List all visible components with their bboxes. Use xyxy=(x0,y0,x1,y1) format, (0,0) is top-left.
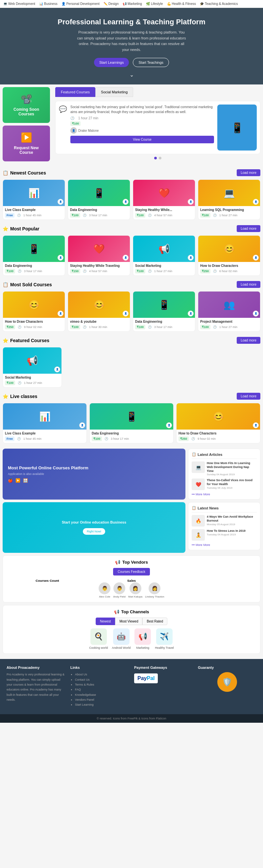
footer-about-text: Pro Academy is very professional learnin… xyxy=(7,672,65,702)
list-item[interactable]: 👨 Andy Field xyxy=(113,582,125,598)
nav-design[interactable]: ✏️ Design xyxy=(104,2,119,6)
most-sold-section: 📋 Most Sold Courses Load more 😊 👤 How to… xyxy=(3,281,260,332)
right-now-button[interactable]: Right Now! xyxy=(83,528,105,535)
table-row[interactable]: 😊 👤 How to Draw Characters ₹250 🕐 9 hour… xyxy=(176,403,260,443)
list-item: ❤️ These So-Called Vices Are Good for Yo… xyxy=(192,478,257,490)
nav-teaching[interactable]: 🎓 Teaching & Academics xyxy=(200,2,238,6)
article-date: Tuesday 06 July 2019 xyxy=(207,487,257,489)
nav-web-development[interactable]: 💻 Web Development xyxy=(3,2,35,6)
duration-icon: 🕐 xyxy=(105,436,108,441)
feedback-button[interactable]: Courses Feedback xyxy=(113,568,150,576)
newest-load-more[interactable]: Load more xyxy=(237,169,260,176)
nav-health[interactable]: 💪 Health & Fitness xyxy=(167,2,196,6)
banners-column: Most Powerful Online Courses Platform Ap… xyxy=(3,448,185,553)
popular-load-more[interactable]: Load more xyxy=(237,225,260,232)
table-row[interactable]: 📱 👤 Data Engineering ₹100 🕐 3 hour 17 mi… xyxy=(3,235,65,276)
table-row[interactable]: 📢 👤 Social Marketing ₹100 🕐 1 hour 27 mi… xyxy=(133,235,195,276)
start-learnings-button[interactable]: Start Learnings xyxy=(94,58,129,67)
list-item[interactable]: Knowledgebase xyxy=(75,692,129,698)
list-item[interactable]: 📢 Marketing xyxy=(135,628,151,649)
table-row[interactable]: 😊 👤 vimeo & youtube ₹100 🕐 1 hour 30 min xyxy=(68,291,130,332)
duration-icon: 🕐 xyxy=(148,325,151,329)
play-store-icon[interactable]: ▶️ xyxy=(16,478,20,483)
windows-icon[interactable]: 🪟 xyxy=(23,478,28,483)
dot-2[interactable] xyxy=(159,157,162,159)
article-title: These So-Called Vices Are Good for Your … xyxy=(207,478,257,486)
vendor-columns: Courses Count Sales xyxy=(7,579,256,582)
table-row[interactable]: 📱 👤 Data Engineering ₹100 🕐 3 hour 17 mi… xyxy=(133,291,195,332)
coming-soon-card[interactable]: 📽️ Coming Soon Courses xyxy=(3,87,50,123)
avatar: 👩 xyxy=(149,582,160,594)
price: ₹150 xyxy=(70,269,80,274)
nav-label: Personal Development xyxy=(66,2,99,6)
table-row[interactable]: 📱 👤 Data Engineering ₹100 🕐 3 hour 17 mi… xyxy=(68,180,130,220)
start-teachings-button[interactable]: Start Teachings xyxy=(133,58,169,67)
table-row[interactable]: ❤️ 👤 Staying Healthy While... ₹100 🕐 4 h… xyxy=(133,180,195,220)
tab-best-rated[interactable]: Best Rated xyxy=(142,618,167,625)
duration-icon: 🕐 xyxy=(18,269,21,274)
coming-soon-section[interactable]: 📽️ Coming Soon Courses xyxy=(3,87,50,123)
table-row[interactable]: 👥 👤 Project Management ₹100 🕐 1 hour 27 … xyxy=(198,291,260,332)
list-item[interactable]: Start Learning xyxy=(75,702,129,707)
card-title: How to Draw Characters xyxy=(178,432,258,435)
table-row[interactable]: 😊 👤 How to Draw Characters ₹250 🕐 6 hour… xyxy=(198,235,260,276)
thumb-icon: ❤️ xyxy=(93,244,105,254)
nav-business[interactable]: 📊 Business xyxy=(39,2,58,6)
news-title-text: 4 Ways We Can Avoid Workplace Burnout xyxy=(207,515,257,523)
list-item[interactable]: ✈️ Healthy Travel xyxy=(155,628,174,649)
list-item[interactable]: FAQ xyxy=(75,687,129,692)
articles-more-link[interactable]: ••• More More xyxy=(192,493,257,496)
table-row[interactable]: 📱 👤 Data Engineering ₹100 🕐 3 hour 17 mi… xyxy=(89,403,174,443)
card-avatar: 👤 xyxy=(253,199,259,205)
dot-1[interactable] xyxy=(154,157,157,159)
nav-personal-dev[interactable]: 👤 Personal Development xyxy=(61,2,99,6)
table-row[interactable]: 😊 👤 How to Draw Characters ₹250 🕐 9 hour… xyxy=(3,291,65,332)
table-row[interactable]: 💻 👤 Learning SQL Programming ₹100 🕐 1 ho… xyxy=(198,180,260,220)
duration-icon: 🕐 xyxy=(18,380,21,385)
navigation: 💻 Web Development 📊 Business 👤 Personal … xyxy=(0,0,263,8)
card-title: Data Engineering xyxy=(70,208,128,212)
list-item[interactable]: 🍳 Cooking world xyxy=(89,628,108,649)
duration-icon: 🕐 xyxy=(83,325,86,329)
sales-label: Sales xyxy=(91,579,172,582)
tab-most-viewed[interactable]: Most Viewed xyxy=(115,618,142,625)
apple-icon[interactable]: 🍎 xyxy=(8,478,13,483)
table-row[interactable]: 📊 👤 Live Class Example Free 🕐 1 hour 45 … xyxy=(3,403,87,443)
nav-lifestyle[interactable]: 🌿 Lifestyle xyxy=(146,2,163,6)
list-item[interactable]: Vendors Panel xyxy=(75,698,129,702)
list-item[interactable]: Terms & Rules xyxy=(75,682,129,687)
tab-featured[interactable]: Featured Courses xyxy=(55,87,95,97)
duration: 1 hour 27 min xyxy=(219,325,237,329)
live-classes-section: ⭐ Live classes Load more 📊 👤 Live Class … xyxy=(3,393,260,443)
nav-label: Design xyxy=(109,2,119,6)
featured-course-card: 💬 Social marketing has the primary goal … xyxy=(55,101,260,154)
newest-header: 📋 Newest Courses Load more xyxy=(3,169,260,176)
view-course-button[interactable]: View Course xyxy=(70,136,214,143)
featured-load-more[interactable]: Load more xyxy=(237,337,260,344)
news-more-link[interactable]: ••• More More xyxy=(192,543,257,547)
latest-articles-section: 📋 Latest Articles 💻 How One Mom Fits In … xyxy=(188,448,260,500)
list-item[interactable]: 🤖 Android World xyxy=(112,628,130,649)
nav-marketing[interactable]: 📢 Marketing xyxy=(123,2,142,6)
tab-newest[interactable]: Newest xyxy=(96,618,115,625)
price-meta: ₹100 xyxy=(70,121,214,126)
list-item[interactable]: About Us xyxy=(75,672,129,677)
request-course-card[interactable]: ▶️ Request New Course xyxy=(3,126,50,161)
list-item[interactable]: 👩 Mari Katupa xyxy=(128,582,142,598)
card-title: How to Draw Characters xyxy=(5,320,63,323)
card-meta: ₹100 🕐 1 hour 27 min xyxy=(135,269,193,274)
card-meta: ₹150 🕐 4 hour 57 min xyxy=(70,269,128,274)
most-sold-load-more[interactable]: Load more xyxy=(237,281,260,288)
star-icon: ⭐ xyxy=(3,226,8,231)
table-row[interactable]: 📊 👤 Live Class Example Free 🕐 1 hour 45 … xyxy=(3,180,65,220)
channel-logo: 🍳 xyxy=(90,628,107,645)
table-row[interactable]: ❤️ 👤 Staying Healthy While Traveling ₹15… xyxy=(68,235,130,276)
table-row[interactable]: 📢 👤 Social Marketing ₹100 🕐 1 hour 27 mi… xyxy=(3,347,62,388)
tab-social-marketing[interactable]: Social Marketing xyxy=(95,87,133,97)
list-item[interactable]: Contact Us xyxy=(75,677,129,682)
list-item[interactable]: 👨 Alex Cole xyxy=(98,582,111,598)
live-load-more[interactable]: Load more xyxy=(237,393,260,400)
list-item[interactable]: 👩 Lindsey Thaxton xyxy=(145,582,165,598)
channel-name: Android World xyxy=(112,646,130,649)
card-avatar: 👤 xyxy=(188,311,194,316)
